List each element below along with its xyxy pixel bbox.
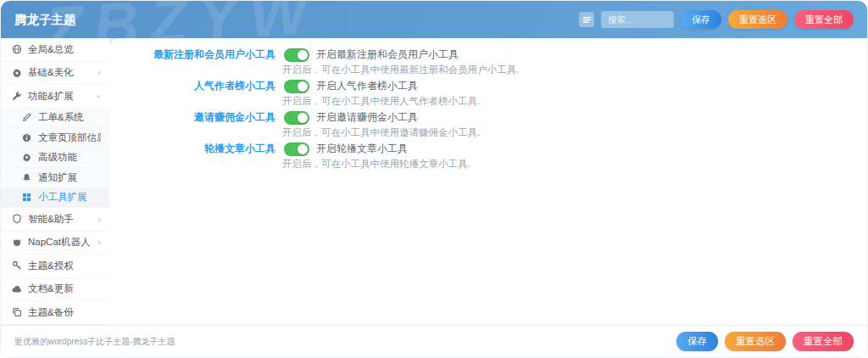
sidebar-item-label: 文章页顶部信息 xyxy=(38,131,101,144)
setting-row-popular-author-widget: 人气作者榜小工具 开启人气作者榜小工具 开启后，可在小工具中使用人气作者榜小工具… xyxy=(109,79,850,110)
body: 全局&总览 基础&美化 › 功能&扩展 › 工单&系统 xyxy=(1,38,867,325)
sidebar-item-label: 文档&更新 xyxy=(28,282,74,295)
setting-hint: 开启后，可在小工具中使用最新注册和会员用户小工具. xyxy=(282,64,519,76)
sidebar-item-basic-beautify[interactable]: 基础&美化 › xyxy=(1,62,109,86)
cat-icon xyxy=(11,237,22,248)
grid-icon xyxy=(21,192,32,203)
watermark-text: ZBZYW xyxy=(42,1,320,38)
search-input[interactable] xyxy=(601,11,674,28)
sidebar-item-label: 工单&系统 xyxy=(38,111,84,124)
sidebar-item-label: 功能&扩展 xyxy=(28,90,74,103)
toggle-knob xyxy=(298,144,308,154)
save-button[interactable]: 保存 xyxy=(681,10,721,29)
page-title: 腾龙子主题 xyxy=(14,12,76,28)
setting-hint: 开启后，可在小工具中使用邀请赚佣金小工具. xyxy=(282,127,480,138)
toggle-switch[interactable] xyxy=(284,143,309,156)
sidebar-item-label: 基础&美化 xyxy=(28,66,74,79)
sidebar-item-article-top-info[interactable]: 文章页顶部信息 xyxy=(1,128,109,148)
sidebar-item-docs-update[interactable]: 文档&更新 xyxy=(1,278,109,302)
copy-icon xyxy=(11,307,22,318)
chevron-down-icon: › xyxy=(95,94,104,98)
settings-panel: 最新注册和会员用户小工具 开启最新注册和会员用户小工具 开启后，可在小工具中使用… xyxy=(109,38,867,325)
reset-section-button[interactable]: 重置选区 xyxy=(728,10,787,29)
toggle-description: 开启人气作者榜小工具 xyxy=(316,79,418,93)
sidebar-item-label: 主题&授权 xyxy=(28,260,74,272)
key-icon xyxy=(11,260,22,271)
gear-icon xyxy=(11,67,22,78)
main-area: 最新注册和会员用户小工具 开启最新注册和会员用户小工具 开启后，可在小工具中使用… xyxy=(109,38,867,325)
sidebar: 全局&总览 基础&美化 › 功能&扩展 › 工单&系统 xyxy=(1,38,109,325)
sidebar-item-napcat-bot[interactable]: NapCat机器人 › xyxy=(1,232,109,255)
pen-icon xyxy=(21,112,32,123)
setting-row-invite-commission-widget: 邀请赚佣金小工具 开启邀请赚佣金小工具 开启后，可在小工具中使用邀请赚佣金小工具… xyxy=(109,110,850,142)
sidebar-item-theme-backup[interactable]: 主题&备份 xyxy=(1,301,109,325)
setting-label: 轮播文章小工具 xyxy=(109,142,275,173)
sidebar-item-widget-extension[interactable]: 小工具扩展 xyxy=(1,188,109,209)
sidebar-item-advanced-features[interactable]: 高级功能 xyxy=(1,148,109,169)
setting-row-carousel-article-widget: 轮播文章小工具 开启轮播文章小工具 开启后，可在小工具中使用轮播文章小工具. xyxy=(109,142,850,173)
setting-hint: 开启后，可在小工具中使用人气作者榜小工具. xyxy=(282,96,480,107)
reset-all-button[interactable]: 重置全部 xyxy=(793,332,854,351)
sidebar-item-label: 主题&备份 xyxy=(28,306,74,319)
setting-label: 人气作者榜小工具 xyxy=(109,79,275,110)
sidebar-item-label: NapCat机器人 xyxy=(28,236,91,249)
toggle-switch[interactable] xyxy=(284,80,309,93)
header-toolbar: 保存 重置选区 重置全部 xyxy=(579,10,854,29)
reset-all-button[interactable]: 重置全部 xyxy=(794,10,854,29)
cloud-icon xyxy=(11,283,22,294)
shield-icon xyxy=(11,214,22,225)
sidebar-item-label: 智能&助手 xyxy=(28,213,74,226)
sidebar-item-label: 通知扩展 xyxy=(38,171,77,184)
sidebar-item-features-extensions[interactable]: 功能&扩展 › xyxy=(1,85,109,109)
save-button[interactable]: 保存 xyxy=(676,332,718,351)
reset-section-button[interactable]: 重置选区 xyxy=(725,332,786,351)
footer-toolbar: 保存 重置选区 重置全部 xyxy=(676,332,854,351)
header: ZBZYW 腾龙子主题 保存 重置选区 重置全部 xyxy=(1,1,867,38)
info-icon xyxy=(21,132,32,143)
setting-hint: 开启后，可在小工具中使用轮播文章小工具. xyxy=(282,159,470,170)
toggle-knob xyxy=(298,50,308,60)
sidebar-item-theme-license[interactable]: 主题&授权 xyxy=(1,255,109,278)
sidebar-item-label: 小工具扩展 xyxy=(38,191,87,204)
chevron-right-icon: › xyxy=(97,68,101,77)
bell-icon xyxy=(21,172,32,183)
toggle-knob xyxy=(298,81,308,92)
app-window: ZBZYW 腾龙子主题 保存 重置选区 重置全部 全局&总览 xyxy=(0,0,868,358)
sidebar-item-label: 全局&总览 xyxy=(28,43,74,56)
sidebar-item-notification-extension[interactable]: 通知扩展 xyxy=(1,168,109,188)
sidebar-item-label: 高级功能 xyxy=(38,151,77,164)
wrench-icon xyxy=(11,91,22,102)
sidebar-item-workorder-system[interactable]: 工单&系统 xyxy=(1,109,109,129)
setting-label: 最新注册和会员用户小工具 xyxy=(109,48,275,79)
chevron-right-icon: › xyxy=(97,215,101,224)
toggle-switch[interactable] xyxy=(284,48,309,62)
toggle-description: 开启最新注册和会员用户小工具 xyxy=(316,48,459,62)
chevron-right-icon: › xyxy=(97,238,101,247)
globe-icon xyxy=(11,44,22,55)
toggle-description: 开启邀请赚佣金小工具 xyxy=(316,110,418,125)
footer: 更优雅的wordpress子比子主题-腾龙子主题 保存 重置选区 重置全部 xyxy=(1,325,867,357)
menu-list-icon[interactable] xyxy=(579,12,594,27)
setting-label: 邀请赚佣金小工具 xyxy=(109,110,275,142)
footer-credit-text: 更优雅的wordpress子比子主题-腾龙子主题 xyxy=(14,336,175,348)
sidebar-item-global-overview[interactable]: 全局&总览 xyxy=(1,38,109,62)
toggle-knob xyxy=(298,113,308,123)
gear-icon xyxy=(21,152,32,163)
setting-row-new-member-widget: 最新注册和会员用户小工具 开启最新注册和会员用户小工具 开启后，可在小工具中使用… xyxy=(109,48,850,79)
sidebar-item-ai-assistant[interactable]: 智能&助手 › xyxy=(1,208,109,232)
toggle-switch[interactable] xyxy=(284,111,309,125)
toggle-description: 开启轮播文章小工具 xyxy=(316,142,408,156)
